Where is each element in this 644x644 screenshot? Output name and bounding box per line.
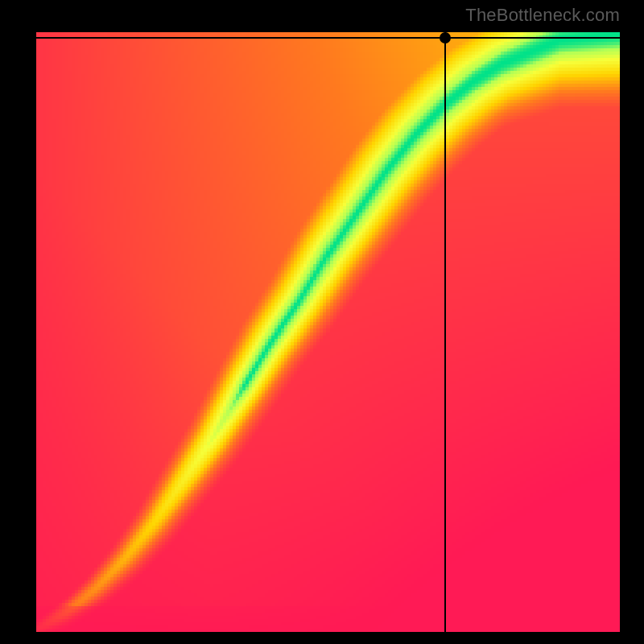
selection-marker bbox=[440, 32, 451, 43]
watermark-text: TheBottleneck.com bbox=[465, 5, 620, 26]
chart-frame: TheBottleneck.com bbox=[0, 0, 644, 644]
heatmap-plot bbox=[36, 32, 620, 632]
heatmap-canvas bbox=[36, 32, 620, 632]
crosshair-vertical bbox=[444, 32, 446, 632]
crosshair-horizontal bbox=[36, 37, 620, 39]
